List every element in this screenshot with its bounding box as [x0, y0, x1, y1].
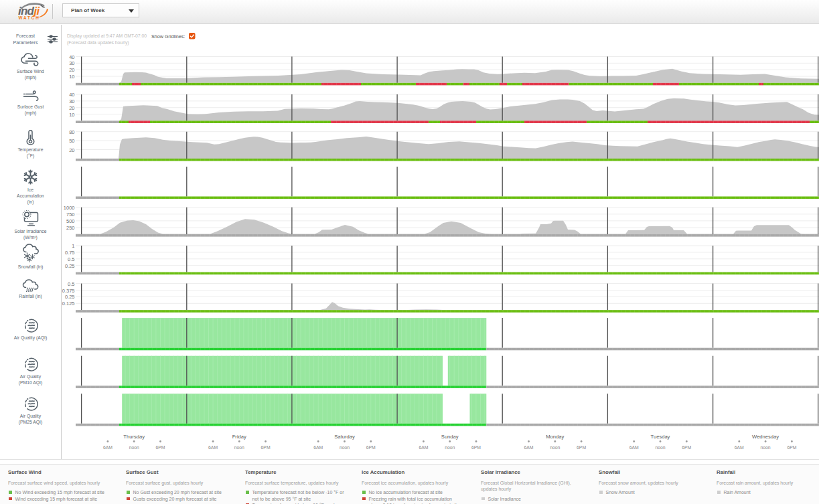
svg-text:750: 750 — [66, 212, 75, 218]
svg-text:6PM: 6PM — [577, 445, 586, 450]
svg-text:Saturday: Saturday — [334, 434, 355, 440]
svg-text:250: 250 — [66, 225, 75, 231]
svg-text:noon: noon — [761, 445, 771, 450]
svg-text:0.5: 0.5 — [68, 281, 74, 287]
svg-text:1000: 1000 — [64, 205, 75, 211]
svg-text:0.25: 0.25 — [65, 263, 75, 269]
svg-text:30: 30 — [69, 98, 74, 104]
svg-text:6PM: 6PM — [682, 445, 691, 450]
svg-text:0.25: 0.25 — [65, 294, 75, 300]
svg-text:40: 40 — [69, 54, 74, 60]
svg-text:6PM: 6PM — [261, 445, 271, 450]
svg-text:noon: noon — [234, 445, 244, 450]
svg-text:6AM: 6AM — [208, 445, 218, 450]
svg-text:Thursday: Thursday — [123, 434, 145, 440]
svg-text:40: 40 — [69, 92, 74, 98]
svg-text:20: 20 — [69, 67, 74, 73]
svg-text:30: 30 — [69, 60, 74, 66]
svg-text:6AM: 6AM — [629, 445, 639, 450]
svg-text:noon: noon — [129, 445, 139, 450]
svg-text:noon: noon — [340, 445, 350, 450]
svg-text:0.375: 0.375 — [62, 288, 75, 294]
svg-text:Sunday: Sunday — [441, 434, 459, 440]
svg-text:6PM: 6PM — [471, 445, 481, 450]
svg-text:6AM: 6AM — [735, 445, 744, 450]
svg-text:noon: noon — [655, 445, 665, 450]
svg-text:80: 80 — [69, 129, 74, 135]
svg-text:10: 10 — [69, 74, 74, 80]
svg-text:6AM: 6AM — [313, 445, 323, 450]
svg-text:20: 20 — [69, 105, 74, 111]
svg-text:0.5: 0.5 — [68, 256, 74, 262]
svg-text:6PM: 6PM — [366, 445, 376, 450]
svg-text:Tuesday: Tuesday — [651, 434, 670, 440]
svg-text:noon: noon — [550, 445, 560, 450]
svg-text:6AM: 6AM — [524, 445, 534, 450]
svg-text:6AM: 6AM — [103, 445, 113, 450]
svg-text:WATCH: WATCH — [19, 15, 40, 20]
svg-text:20: 20 — [69, 147, 74, 153]
svg-text:0.75: 0.75 — [65, 250, 75, 256]
svg-text:Wednesday: Wednesday — [752, 434, 779, 440]
svg-text:1: 1 — [72, 243, 74, 249]
svg-text:6PM: 6PM — [787, 445, 796, 450]
svg-text:6PM: 6PM — [156, 445, 165, 450]
svg-text:500: 500 — [66, 218, 75, 224]
svg-text:Friday: Friday — [232, 434, 246, 440]
svg-text:6AM: 6AM — [419, 445, 428, 450]
svg-text:noon: noon — [445, 445, 455, 450]
svg-text:0.125: 0.125 — [62, 301, 75, 307]
svg-text:10: 10 — [69, 112, 74, 118]
svg-text:50: 50 — [69, 138, 74, 144]
svg-text:Monday: Monday — [546, 434, 564, 440]
